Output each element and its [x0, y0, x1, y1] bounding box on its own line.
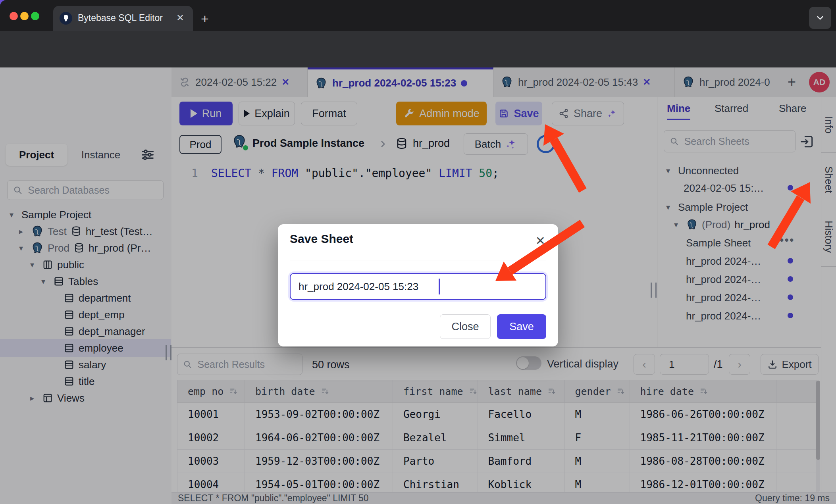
- dialog-close-icon[interactable]: ✕: [536, 234, 545, 248]
- browser-tab[interactable]: Bytebase SQL Editor ✕: [53, 6, 193, 31]
- dialog-save-button[interactable]: Save: [497, 314, 546, 339]
- window-zoom-button[interactable]: [31, 12, 39, 20]
- browser-titlebar: Bytebase SQL Editor ✕ +: [0, 0, 836, 31]
- tab-close-icon[interactable]: ✕: [176, 12, 184, 23]
- save-sheet-dialog: Save Sheet ✕ Close Save: [278, 224, 558, 346]
- dialog-divider: [290, 260, 546, 260]
- new-tab-icon[interactable]: +: [201, 12, 209, 25]
- screenshot-root: Bytebase SQL Editor ✕ + localhost:8080/s…: [0, 0, 836, 504]
- browser-toolbar: localhost:8080/sql-editor/prod-sample-in…: [0, 31, 836, 67]
- dialog-close-button[interactable]: Close: [440, 314, 491, 339]
- tab-search-chevron-icon[interactable]: [809, 7, 831, 29]
- text-cursor: [439, 279, 440, 294]
- window-minimize-button[interactable]: [20, 12, 29, 20]
- dialog-title: Save Sheet: [290, 232, 353, 246]
- browser-tab-title: Bytebase SQL Editor: [78, 13, 163, 23]
- window-close-button[interactable]: [10, 12, 18, 20]
- bytebase-favicon: [60, 12, 72, 25]
- sheet-name-input[interactable]: [290, 273, 546, 300]
